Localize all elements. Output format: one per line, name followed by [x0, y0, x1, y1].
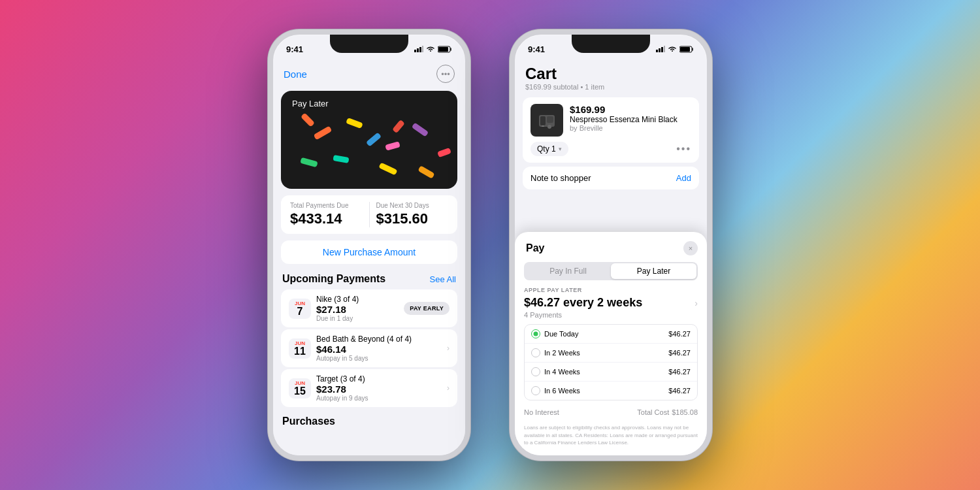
signal-icon	[414, 46, 423, 52]
phone2-screen: Cart $169.99 subtotal • 1 item $169.	[515, 59, 707, 461]
nike-name: Nike (3 of 4)	[316, 295, 399, 304]
date-badge-3: JUN 15	[289, 378, 311, 399]
confetti-8	[301, 113, 315, 127]
total-row: No Interest Total Cost $185.08	[524, 406, 698, 419]
cart-title: Cart	[525, 65, 696, 83]
see-all-button[interactable]: See All	[430, 274, 456, 284]
schedule-left-1: Due Today	[531, 329, 578, 338]
nike-info: Nike (3 of 4) $27.18 Due in 1 day	[316, 295, 399, 322]
purchases-title: Purchases	[273, 409, 465, 430]
schedule-amount-1: $46.27	[668, 330, 691, 338]
svg-rect-6	[656, 50, 658, 52]
wifi-icon	[426, 46, 435, 52]
schedule-label-3: In 4 Weeks	[544, 368, 580, 376]
target-sub: Autopay in 9 days	[316, 395, 442, 402]
note-row: Note to shopper Add	[523, 167, 699, 189]
svg-rect-2	[419, 47, 421, 52]
bbeyond-name: Bed Bath & Beyond (4 of 4)	[316, 335, 442, 344]
nike-sub: Due in 1 day	[316, 315, 399, 322]
volume-down-button[interactable]	[268, 152, 270, 185]
power-button-2[interactable]	[710, 100, 712, 139]
confetti-7	[378, 163, 397, 176]
more-options-button[interactable]: •••	[676, 143, 691, 155]
due-next-amount: $315.60	[376, 210, 449, 227]
cart-item-card: $169.99 Nespresso Essenza Mini Black by …	[523, 97, 699, 163]
radio-1[interactable]	[531, 329, 540, 338]
schedule-left-3: In 4 Weeks	[531, 367, 580, 376]
payment-item-nike[interactable]: JUN 7 Nike (3 of 4) $27.18 Due in 1 day …	[281, 289, 457, 327]
silent-button-2[interactable]	[510, 87, 512, 106]
nike-amount: $27.18	[316, 304, 399, 315]
new-purchase-button[interactable]: New Purchase Amount	[281, 240, 457, 264]
payment-item-bbeyond[interactable]: JUN 11 Bed Bath & Beyond (4 of 4) $46.14…	[281, 329, 457, 367]
svg-rect-11	[680, 47, 690, 52]
bbeyond-sub: Autopay in 5 days	[316, 355, 442, 362]
product-price: $169.99	[570, 104, 691, 115]
schedule-row-3: In 4 Weeks $46.27	[525, 363, 697, 382]
upcoming-title: Upcoming Payments	[282, 273, 385, 285]
date-badge-2: JUN 11	[289, 338, 311, 359]
tab-pay-in-full[interactable]: Pay In Full	[525, 263, 611, 279]
silent-button[interactable]	[268, 87, 270, 106]
schedule-label-1: Due Today	[544, 330, 578, 338]
schedule-row-1: Due Today $46.27	[525, 325, 697, 344]
confetti-1	[314, 126, 333, 140]
day-2: 11	[292, 346, 308, 357]
battery-icon	[438, 46, 452, 53]
radio-2[interactable]	[531, 348, 540, 357]
power-button[interactable]	[468, 100, 470, 139]
tab-pay-later[interactable]: Pay Later	[611, 263, 696, 279]
schedule-left-4: In 6 Weeks	[531, 386, 580, 395]
qty-selector[interactable]: Qty 1 ▾	[531, 142, 568, 156]
tab-switch: Pay In Full Pay Later	[524, 262, 698, 280]
schedule-amount-3: $46.27	[668, 368, 691, 376]
confetti-5	[333, 155, 349, 163]
product-info: $169.99 Nespresso Essenza Mini Black by …	[570, 104, 691, 132]
target-name: Target (3 of 4)	[316, 374, 442, 384]
pay-early-button[interactable]: PAY EARLY	[404, 302, 449, 315]
volume-down-button-2[interactable]	[510, 152, 512, 185]
card-name: Pay Later	[292, 99, 329, 108]
radio-3[interactable]	[531, 367, 540, 376]
confetti-12	[417, 165, 434, 178]
done-button[interactable]: Done	[284, 69, 307, 80]
target-info: Target (3 of 4) $23.78 Autopay in 9 days	[316, 374, 442, 402]
confetti-10	[300, 157, 318, 167]
chevron-icon-3: ›	[447, 384, 449, 393]
note-label: Note to shopper	[531, 173, 591, 183]
bbeyond-amount: $46.14	[316, 344, 442, 355]
due-next-label: Due Next 30 Days	[376, 202, 449, 209]
total-label: Total Payments Due	[290, 202, 363, 209]
pay-text: Pay	[526, 242, 544, 254]
disclaimer-text: Loans are subject to eligibility checks …	[524, 424, 698, 446]
schedule-row-2: In 2 Weeks $46.27	[525, 344, 697, 363]
section-label: APPLE PAY LATER	[524, 287, 698, 293]
due-next-col: Due Next 30 Days $315.60	[370, 202, 449, 227]
pay-later-card: Pay Later	[281, 91, 457, 189]
pay-amount-text: $46.27 every 2 weeks	[524, 296, 642, 310]
cart-subtitle: $169.99 subtotal • 1 item	[525, 83, 696, 91]
payment-item-target[interactable]: JUN 15 Target (3 of 4) $23.78 Autopay in…	[281, 369, 457, 407]
volume-up-button-2[interactable]	[510, 113, 512, 146]
target-amount: $23.78	[316, 384, 442, 395]
product-name: Nespresso Essenza Mini Black	[570, 115, 691, 124]
cart-header: Cart $169.99 subtotal • 1 item	[515, 59, 707, 93]
schedule-amount-2: $46.27	[668, 349, 691, 357]
svg-rect-9	[664, 46, 665, 52]
wifi-icon-2	[668, 46, 677, 52]
phone1-screen: Done ••• Pay Later Total	[273, 59, 465, 461]
total-cost-amount: $185.08	[672, 408, 698, 416]
more-button[interactable]: •••	[436, 65, 455, 83]
cart-controls: Qty 1 ▾ •••	[531, 142, 691, 156]
qty-label: Qty 1	[537, 144, 556, 154]
close-button[interactable]: ×	[683, 241, 698, 255]
radio-4[interactable]	[531, 386, 540, 395]
pay-amount-row: $46.27 every 2 weeks ›	[524, 296, 698, 310]
add-note-button[interactable]: Add	[676, 173, 691, 183]
notch-2	[572, 35, 650, 53]
svg-rect-3	[422, 46, 423, 52]
volume-up-button[interactable]	[268, 113, 270, 146]
bbeyond-info: Bed Bath & Beyond (4 of 4) $46.14 Autopa…	[316, 335, 442, 362]
schedule-amount-4: $46.27	[668, 387, 691, 395]
chevron-icon-2: ›	[447, 344, 449, 353]
